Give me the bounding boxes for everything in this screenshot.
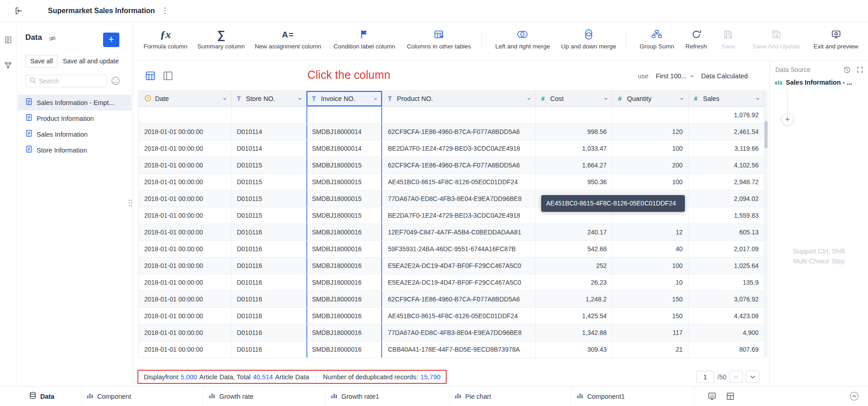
table-cell[interactable]: 135.9 (689, 274, 764, 291)
table-cell[interactable]: 1,076.92 (689, 107, 764, 124)
filter-caret-icon[interactable] (374, 98, 377, 102)
table-cell[interactable]: D010115 (231, 174, 307, 191)
table-cell[interactable]: SMDBJ18000016 (307, 308, 382, 325)
display-count[interactable]: 5,000 (181, 373, 197, 381)
sidebar-item-sales-information-empty[interactable]: Sales Information - Empt... (18, 95, 132, 110)
group-summary-button[interactable]: Group Sumn (640, 27, 675, 50)
table-cell[interactable]: 150 (613, 291, 689, 308)
save-all-button[interactable]: Save all (25, 55, 58, 67)
layout-board-icon[interactable] (726, 392, 735, 402)
table-cell[interactable]: E5EA2E2A-DC19-4D47-BF0F-F29CC467A5C0 (382, 274, 536, 291)
total-count[interactable]: 40,514 (253, 373, 273, 381)
table-cell[interactable]: 2018-01-01 00:00:00 (139, 258, 231, 274)
table-cell[interactable]: 21 (613, 341, 689, 358)
table-cell[interactable]: 2,461.54 (689, 124, 764, 140)
table-cell[interactable]: 77DA67A0-ED8C-4FB3-8E04-E9EA7DD96BE8 (382, 191, 536, 207)
table-cell[interactable]: 100 (613, 258, 689, 274)
sidebar-item-store-information[interactable]: Store Information (18, 142, 132, 158)
dataset-list-icon[interactable] (4, 36, 12, 46)
column-view-toggle-icon[interactable] (163, 71, 173, 83)
table-cell[interactable]: 2018-01-01 00:00:00 (139, 140, 231, 157)
table-cell[interactable]: 4,900 (689, 325, 764, 341)
table-cell[interactable]: BE2DA7F0-1E24-4729-BED3-3CDC0A2E4918 (382, 207, 536, 224)
table-cell[interactable]: 40 (613, 241, 689, 258)
table-cell[interactable]: 950.36 (536, 174, 613, 191)
table-cell[interactable]: D010116 (231, 291, 307, 308)
column-header-cost[interactable]: # Cost (536, 91, 613, 107)
hide-visibility-icon[interactable] (48, 34, 57, 44)
table-cell[interactable]: 62CF9CFA-1E86-4960-B7CA-F077A8BDD5A6 (382, 157, 536, 174)
table-cell[interactable]: 117 (613, 325, 689, 341)
tab-component1[interactable]: Component1 (571, 387, 695, 406)
table-cell[interactable]: SMDBJ18000016 (307, 325, 382, 341)
table-cell[interactable]: D010116 (231, 241, 307, 258)
table-cell[interactable]: 2018-01-01 00:00:00 (139, 224, 231, 241)
table-cell[interactable]: SMDBJ18000016 (307, 224, 382, 241)
column-header-product-no[interactable]: T Product NO. (382, 91, 536, 107)
table-cell[interactable]: SMDBJ18000016 (307, 291, 382, 308)
table-cell[interactable]: 2018-01-01 00:00:00 (139, 191, 231, 207)
table-cell[interactable]: 3,119.66 (689, 140, 764, 157)
table-cell[interactable]: SMDBJ18000016 (307, 241, 382, 258)
table-cell[interactable]: SMDBJ18000014 (307, 124, 382, 140)
table-cell[interactable]: SMDBJ18000015 (307, 191, 382, 207)
filter-caret-icon[interactable] (756, 98, 760, 102)
tab-component[interactable]: Component (81, 387, 203, 406)
table-cell[interactable]: D010114 (231, 124, 307, 140)
table-cell[interactable]: D010116 (231, 341, 307, 358)
table-cell[interactable]: 2018-01-01 00:00:00 (139, 341, 231, 358)
left-right-merge-button[interactable]: Left and right merge (495, 27, 550, 50)
table-cell[interactable]: AE451BC0-8615-4F8C-8126-05E0C01DDF24 (382, 308, 536, 325)
table-cell[interactable]: 309.43 (536, 341, 613, 358)
table-cell[interactable]: 2018-01-01 00:00:00 (139, 274, 231, 291)
table-cell[interactable]: 2018-01-01 00:00:00 (139, 157, 231, 174)
save-all-and-update-button[interactable]: Save all and update (63, 55, 119, 67)
table-cell[interactable]: 2018-01-01 00:00:00 (139, 291, 231, 308)
scrollbar-thumb[interactable] (764, 121, 768, 148)
table-cell[interactable]: 2,094.02 (689, 191, 764, 207)
sidebar-item-product-information[interactable]: Product Information (18, 110, 132, 126)
table-cell[interactable]: 4,423.08 (689, 308, 764, 325)
table-cell[interactable]: D010115 (231, 191, 307, 207)
table-cell[interactable]: SMDBJ18000016 (307, 274, 382, 291)
table-cell[interactable]: E5EA2E2A-DC19-4D47-BF0F-F29CC467A5C0 (382, 258, 536, 274)
column-header-date[interactable]: Date (139, 91, 231, 107)
table-cell[interactable]: D010114 (231, 140, 307, 157)
column-header-store-no[interactable]: T Store NO. (231, 91, 307, 107)
table-cell[interactable] (382, 107, 536, 124)
add-table-button[interactable]: + (103, 33, 119, 47)
table-cell[interactable]: 100 (613, 174, 689, 191)
tab-data[interactable]: Data (0, 387, 81, 406)
table-cell[interactable]: CBB40A41-178E-44F7-BD5E-9ECD8B73978A (382, 341, 536, 358)
table-cell[interactable]: 807.69 (689, 341, 764, 358)
table-cell[interactable]: D010116 (231, 224, 307, 241)
smiley-icon[interactable] (111, 76, 120, 87)
table-cell[interactable]: 998.56 (536, 124, 613, 140)
history-icon[interactable] (843, 66, 851, 76)
table-cell[interactable] (536, 107, 613, 124)
summary-column-button[interactable]: ∑ Summary column (197, 27, 245, 50)
filter-caret-icon[interactable] (223, 98, 226, 102)
column-header-sales[interactable]: # Sales (689, 91, 764, 107)
filter-caret-icon[interactable] (527, 98, 531, 102)
table-cell[interactable]: 2018-01-01 00:00:00 (139, 207, 231, 224)
new-assignment-column-button[interactable]: A= New assignment column (255, 27, 321, 50)
columns-in-other-tables-button[interactable]: Columns in other tables (407, 27, 471, 50)
table-cell[interactable]: 2018-01-01 00:00:00 (139, 124, 231, 140)
tab-growth-rate1[interactable]: Growth rate1 (326, 387, 449, 406)
vertical-scrollbar[interactable] (764, 91, 768, 358)
table-cell[interactable]: 1,025.64 (689, 258, 764, 274)
table-cell[interactable]: 10 (613, 274, 689, 291)
refresh-button[interactable]: Refresh (685, 27, 707, 50)
table-cell[interactable]: D010116 (231, 308, 307, 325)
expand-icon[interactable] (856, 66, 863, 76)
filter-caret-icon[interactable] (298, 98, 302, 102)
more-menu-icon[interactable]: ⋮ (161, 6, 169, 15)
table-cell[interactable]: SMDBJ18000014 (307, 140, 382, 157)
table-cell[interactable]: 59F35931-24BA-46DC-9551-6744A16FC87B (382, 241, 536, 258)
grid-view-toggle-icon[interactable] (145, 71, 156, 83)
table-cell[interactable]: 200 (613, 157, 689, 174)
table-cell[interactable]: SMDBJ18000016 (307, 341, 382, 358)
page-input[interactable] (696, 371, 714, 383)
table-cell[interactable] (139, 107, 231, 124)
